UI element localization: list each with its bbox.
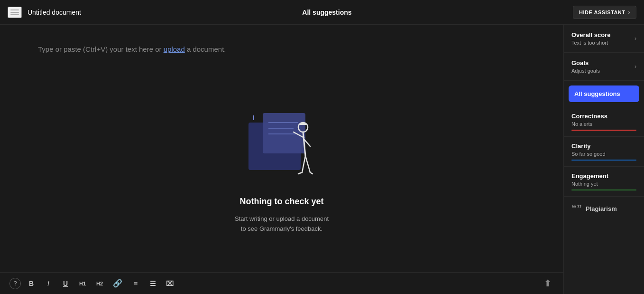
right-sidebar: Overall score Text is too short › Goals … (563, 25, 644, 294)
overall-score-title: Overall score (571, 31, 610, 38)
correctness-title: Correctness (571, 113, 636, 120)
plagiarism-label: Plagiarism (586, 205, 617, 212)
nothing-title: Nothing to check yet (239, 197, 323, 207)
illustration-svg: ! (239, 94, 324, 189)
correctness-item[interactable]: Correctness No alerts (564, 107, 644, 137)
italic-button[interactable]: I (42, 277, 55, 290)
goals-title: Goals (571, 59, 600, 66)
overall-score-subtitle: Text is too short (571, 40, 610, 46)
svg-line-11 (310, 172, 313, 174)
clear-format-button[interactable]: ⌧ (163, 277, 176, 290)
header: Untitled document All suggestions HIDE A… (0, 0, 644, 25)
clarity-subtitle: So far so good (571, 151, 636, 157)
goals-subtitle: Adjust goals (571, 68, 600, 74)
svg-rect-1 (263, 113, 305, 153)
upload-link[interactable]: upload (164, 45, 185, 53)
overall-score-card[interactable]: Overall score Text is too short › (564, 25, 644, 53)
engagement-divider (571, 190, 636, 190)
editor-placeholder: Type or paste (Ctrl+V) your text here or… (38, 44, 226, 55)
bold-button[interactable]: B (25, 277, 38, 290)
engagement-subtitle: Nothing yet (571, 181, 636, 187)
svg-text:!: ! (252, 114, 255, 122)
clarity-item[interactable]: Clarity So far so good (564, 137, 644, 167)
clarity-divider (571, 160, 636, 161)
h1-button[interactable]: H1 (76, 277, 89, 290)
chevron-right-icon: › (628, 9, 631, 16)
engagement-title: Engagement (571, 172, 636, 180)
nothing-desc: Start writing or upload a document to se… (235, 214, 329, 234)
overall-score-chevron: › (635, 35, 636, 42)
goals-chevron: › (635, 63, 636, 70)
toolbar: ? B I U H1 H2 🔗 ≡ ☰ ⌧ ⬆ (0, 272, 563, 294)
plagiarism-item[interactable]: “” Plagiarism (564, 197, 644, 220)
underline-button[interactable]: U (59, 277, 72, 290)
svg-line-10 (298, 172, 302, 174)
toolbar-right: ⬆ (541, 277, 554, 290)
header-center-label: All suggestions (302, 9, 351, 16)
all-suggestions-button[interactable]: All suggestions (569, 85, 639, 102)
link-button[interactable]: 🔗 (110, 277, 125, 290)
unordered-list-button[interactable]: ☰ (146, 277, 159, 290)
document-title: Untitled document (28, 9, 81, 16)
ordered-list-button[interactable]: ≡ (129, 277, 142, 290)
editor-content[interactable]: Type or paste (Ctrl+V) your text here or… (0, 25, 563, 272)
correctness-subtitle: No alerts (571, 121, 636, 127)
svg-line-9 (305, 156, 310, 172)
engagement-item[interactable]: Engagement Nothing yet (564, 167, 644, 197)
clarity-title: Clarity (571, 142, 636, 150)
editor-area: Type or paste (Ctrl+V) your text here or… (0, 25, 563, 294)
plagiarism-icon: “” (571, 202, 582, 215)
illustration-container: ! Nothing to check yet Start writing or … (235, 94, 329, 234)
correctness-divider (571, 130, 636, 131)
main-content: Type or paste (Ctrl+V) your text here or… (0, 25, 644, 294)
hide-assistant-button[interactable]: HIDE ASSISTANT › (573, 6, 636, 19)
svg-line-8 (302, 156, 305, 172)
menu-button[interactable] (8, 7, 22, 18)
goals-card[interactable]: Goals Adjust goals › (564, 53, 644, 81)
h2-button[interactable]: H2 (93, 277, 106, 290)
header-left: Untitled document (8, 7, 81, 18)
help-button[interactable]: ? (9, 278, 21, 289)
upload-button[interactable]: ⬆ (541, 277, 554, 290)
